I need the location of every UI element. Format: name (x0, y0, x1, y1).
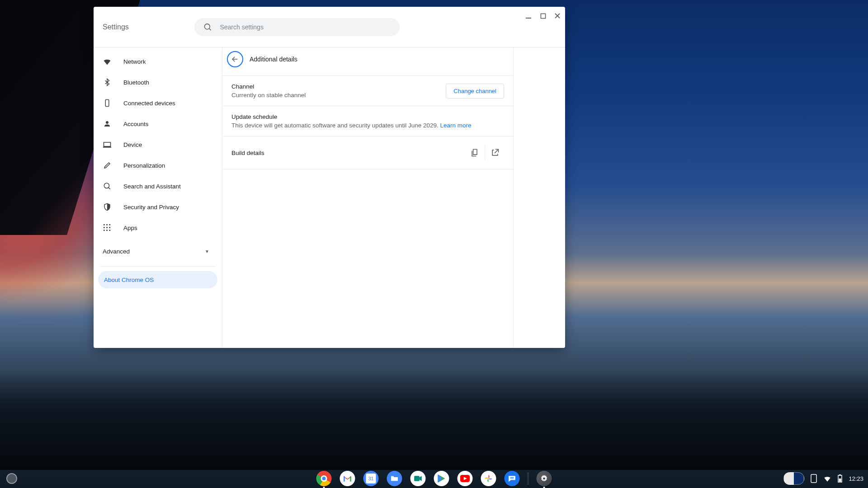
window-controls (525, 13, 561, 19)
advanced-label: Advanced (103, 248, 130, 255)
sidebar-item-label: Security and Privacy (123, 204, 179, 211)
icon-separator (485, 145, 485, 160)
sidebar-item-label: Device (123, 141, 142, 148)
change-channel-button[interactable]: Change channel (446, 84, 504, 99)
phone-icon (103, 99, 112, 107)
sidebar-item-label: Network (123, 58, 146, 65)
app-title: Settings (103, 23, 129, 31)
sidebar-item-accounts[interactable]: Accounts (94, 113, 222, 134)
svg-rect-7 (109, 227, 110, 228)
sidebar-item-apps[interactable]: Apps (94, 217, 222, 238)
sidebar-item-device[interactable]: Device (94, 134, 222, 155)
wifi-icon (103, 57, 112, 66)
svg-rect-3 (106, 224, 108, 225)
sidebar-item-label: Personalization (123, 162, 165, 169)
settings-sidebar: Network Bluetooth Connected devices Acco… (94, 47, 222, 348)
apps-grid-icon (103, 224, 112, 231)
build-details-row: Build details (222, 136, 513, 169)
copy-button[interactable] (466, 144, 484, 162)
sidebar-item-label: Search and Assistant (123, 183, 181, 190)
minimize-button[interactable] (525, 13, 532, 19)
svg-rect-1 (105, 100, 109, 107)
svg-rect-2 (104, 224, 105, 225)
search-input[interactable] (194, 18, 400, 36)
update-subtitle-text: This device will get automatic software … (231, 122, 440, 129)
sidebar-item-bluetooth[interactable]: Bluetooth (94, 72, 222, 93)
settings-header: Settings (94, 7, 565, 47)
arrow-left-icon (231, 55, 239, 63)
open-external-button[interactable] (486, 144, 504, 162)
svg-rect-5 (104, 227, 105, 228)
sidebar-item-security-privacy[interactable]: Security and Privacy (94, 197, 222, 217)
svg-rect-0 (541, 14, 545, 18)
shield-icon (103, 203, 112, 211)
search-icon (203, 23, 212, 31)
channel-row: Channel Currently on stable channel Chan… (222, 75, 513, 106)
page-title: Additional details (250, 56, 297, 63)
build-details-title: Build details (231, 150, 466, 156)
chevron-down-icon: ▼ (205, 249, 209, 254)
svg-rect-9 (106, 230, 108, 231)
learn-more-link[interactable]: Learn more (440, 122, 472, 129)
open-in-new-icon (491, 148, 500, 157)
channel-subtitle: Currently on stable channel (231, 92, 446, 99)
back-button[interactable] (227, 51, 243, 67)
about-label: About Chrome OS (104, 277, 154, 283)
sidebar-item-label: Connected devices (123, 100, 175, 107)
page-header: Additional details (222, 47, 513, 75)
sidebar-advanced-toggle[interactable]: Advanced ▼ (94, 241, 222, 262)
person-icon (103, 120, 112, 128)
sidebar-separator (100, 266, 216, 267)
svg-rect-10 (109, 230, 110, 231)
sidebar-item-connected-devices[interactable]: Connected devices (94, 93, 222, 113)
copy-icon (470, 148, 479, 157)
svg-rect-4 (109, 224, 110, 225)
maximize-button[interactable] (540, 13, 546, 19)
sidebar-item-label: Accounts (123, 121, 149, 127)
sidebar-item-about-chromeos[interactable]: About Chrome OS (98, 271, 217, 288)
sidebar-item-label: Apps (123, 225, 137, 231)
update-subtitle: This device will get automatic software … (231, 122, 504, 129)
close-button[interactable] (554, 13, 561, 19)
update-schedule-row: Update schedule This device will get aut… (222, 106, 513, 136)
bluetooth-icon (103, 78, 112, 86)
update-title: Update schedule (231, 113, 504, 120)
sidebar-item-label: Bluetooth (123, 79, 149, 86)
channel-title: Channel (231, 83, 446, 90)
laptop-icon (103, 140, 112, 149)
settings-window: Settings Network Bluetooth (94, 7, 565, 348)
settings-content: Additional details Channel Currently on … (222, 47, 565, 348)
sidebar-item-personalization[interactable]: Personalization (94, 155, 222, 176)
svg-rect-8 (104, 230, 105, 231)
search-container (194, 18, 400, 36)
sidebar-item-network[interactable]: Network (94, 51, 222, 72)
svg-rect-6 (106, 227, 108, 228)
magnify-icon (103, 182, 112, 190)
sidebar-item-search-assistant[interactable]: Search and Assistant (94, 176, 222, 197)
brush-icon (103, 161, 112, 169)
